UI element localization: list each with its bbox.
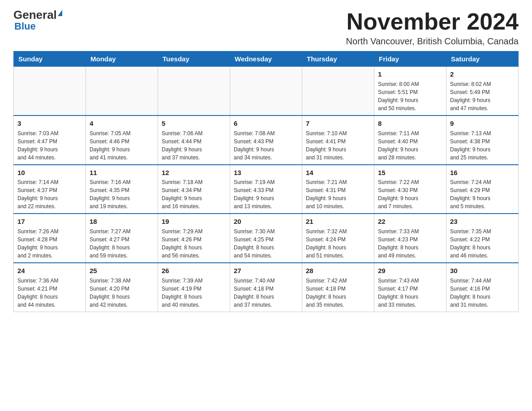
calendar-cell: 28Sunrise: 7:42 AM Sunset: 4:18 PM Dayli… [302,263,374,312]
location-title: North Vancouver, British Columbia, Canad… [346,36,519,47]
week-row-3: 10Sunrise: 7:14 AM Sunset: 4:37 PM Dayli… [14,165,519,214]
calendar-cell: 19Sunrise: 7:29 AM Sunset: 4:26 PM Dayli… [158,214,230,263]
day-info: Sunrise: 7:22 AM Sunset: 4:30 PM Dayligh… [378,178,442,210]
day-header-tuesday: Tuesday [158,51,230,67]
calendar-cell [230,67,302,116]
day-info: Sunrise: 7:14 AM Sunset: 4:37 PM Dayligh… [17,178,82,210]
calendar-cell: 16Sunrise: 7:24 AM Sunset: 4:29 PM Dayli… [446,165,519,214]
day-number: 20 [234,217,298,227]
day-number: 12 [162,168,226,178]
day-number: 17 [17,217,82,227]
calendar-cell: 29Sunrise: 7:43 AM Sunset: 4:17 PM Dayli… [374,263,446,312]
day-header-monday: Monday [86,51,158,67]
day-header-sunday: Sunday [14,51,86,67]
day-number: 13 [234,168,298,178]
week-row-5: 24Sunrise: 7:36 AM Sunset: 4:21 PM Dayli… [14,263,519,312]
calendar-cell [302,67,374,116]
day-number: 27 [234,266,298,276]
logo: General Blue [13,9,62,32]
day-info: Sunrise: 7:32 AM Sunset: 4:24 PM Dayligh… [306,227,370,260]
calendar-cell [86,67,158,116]
calendar-cell: 1Sunrise: 8:00 AM Sunset: 5:51 PM Daylig… [374,67,446,116]
day-info: Sunrise: 7:10 AM Sunset: 4:41 PM Dayligh… [306,129,370,162]
calendar-cell: 9Sunrise: 7:13 AM Sunset: 4:38 PM Daylig… [446,116,519,165]
calendar-cell: 18Sunrise: 7:27 AM Sunset: 4:27 PM Dayli… [86,214,158,263]
calendar-cell: 4Sunrise: 7:05 AM Sunset: 4:46 PM Daylig… [86,116,158,165]
day-number: 5 [162,119,226,128]
day-number: 15 [378,168,442,178]
calendar-cell: 17Sunrise: 7:26 AM Sunset: 4:28 PM Dayli… [14,214,86,263]
day-header-friday: Friday [374,51,446,67]
day-number: 4 [90,119,154,128]
day-header-wednesday: Wednesday [230,51,302,67]
day-info: Sunrise: 7:13 AM Sunset: 4:38 PM Dayligh… [450,129,515,162]
day-number: 21 [306,217,370,227]
day-info: Sunrise: 7:36 AM Sunset: 4:21 PM Dayligh… [17,277,82,309]
month-title: November 2024 [346,9,519,34]
day-info: Sunrise: 7:08 AM Sunset: 4:43 PM Dayligh… [234,129,298,162]
calendar-cell: 2Sunrise: 8:02 AM Sunset: 5:49 PM Daylig… [446,67,519,116]
week-row-4: 17Sunrise: 7:26 AM Sunset: 4:28 PM Dayli… [14,214,519,263]
day-info: Sunrise: 7:39 AM Sunset: 4:19 PM Dayligh… [162,277,226,309]
title-area: November 2024 North Vancouver, British C… [346,9,519,47]
day-info: Sunrise: 7:26 AM Sunset: 4:28 PM Dayligh… [17,227,82,260]
day-info: Sunrise: 7:33 AM Sunset: 4:23 PM Dayligh… [378,227,442,260]
day-info: Sunrise: 7:05 AM Sunset: 4:46 PM Dayligh… [90,129,154,162]
day-header-saturday: Saturday [446,51,519,67]
day-number: 19 [162,217,226,227]
day-info: Sunrise: 7:06 AM Sunset: 4:44 PM Dayligh… [162,129,226,162]
day-info: Sunrise: 8:02 AM Sunset: 5:49 PM Dayligh… [450,80,515,112]
day-number: 29 [378,266,442,276]
calendar-cell: 20Sunrise: 7:30 AM Sunset: 4:25 PM Dayli… [230,214,302,263]
week-row-1: 1Sunrise: 8:00 AM Sunset: 5:51 PM Daylig… [14,67,519,116]
calendar-cell: 23Sunrise: 7:35 AM Sunset: 4:22 PM Dayli… [446,214,519,263]
day-info: Sunrise: 7:03 AM Sunset: 4:47 PM Dayligh… [17,129,82,162]
day-info: Sunrise: 7:16 AM Sunset: 4:35 PM Dayligh… [90,178,154,210]
calendar-cell: 27Sunrise: 7:40 AM Sunset: 4:18 PM Dayli… [230,263,302,312]
page-header: General Blue November 2024 North Vancouv… [13,9,519,47]
day-info: Sunrise: 7:40 AM Sunset: 4:18 PM Dayligh… [234,277,298,309]
logo-name: General [13,9,57,21]
day-number: 1 [378,69,442,79]
calendar-cell: 12Sunrise: 7:18 AM Sunset: 4:34 PM Dayli… [158,165,230,214]
calendar-table: SundayMondayTuesdayWednesdayThursdayFrid… [13,51,519,312]
day-number: 10 [17,168,82,178]
calendar-cell [158,67,230,116]
day-number: 28 [306,266,370,276]
day-number: 24 [17,266,82,276]
day-info: Sunrise: 7:44 AM Sunset: 4:16 PM Dayligh… [450,277,515,309]
day-info: Sunrise: 7:38 AM Sunset: 4:20 PM Dayligh… [90,277,154,309]
day-number: 8 [378,119,442,128]
day-info: Sunrise: 7:11 AM Sunset: 4:40 PM Dayligh… [378,129,442,162]
day-number: 9 [450,119,515,128]
day-number: 2 [450,69,515,79]
day-number: 16 [450,168,515,178]
day-header-thursday: Thursday [302,51,374,67]
day-info: Sunrise: 7:29 AM Sunset: 4:26 PM Dayligh… [162,227,226,260]
day-number: 6 [234,119,298,128]
calendar-cell: 8Sunrise: 7:11 AM Sunset: 4:40 PM Daylig… [374,116,446,165]
day-info: Sunrise: 7:30 AM Sunset: 4:25 PM Dayligh… [234,227,298,260]
calendar-cell: 26Sunrise: 7:39 AM Sunset: 4:19 PM Dayli… [158,263,230,312]
calendar-cell: 15Sunrise: 7:22 AM Sunset: 4:30 PM Dayli… [374,165,446,214]
day-number: 3 [17,119,82,128]
calendar-cell: 24Sunrise: 7:36 AM Sunset: 4:21 PM Dayli… [14,263,86,312]
day-number: 7 [306,119,370,128]
calendar-cell: 5Sunrise: 7:06 AM Sunset: 4:44 PM Daylig… [158,116,230,165]
calendar-cell: 21Sunrise: 7:32 AM Sunset: 4:24 PM Dayli… [302,214,374,263]
day-number: 11 [90,168,154,178]
week-row-2: 3Sunrise: 7:03 AM Sunset: 4:47 PM Daylig… [14,116,519,165]
calendar-cell: 11Sunrise: 7:16 AM Sunset: 4:35 PM Dayli… [86,165,158,214]
day-headers-row: SundayMondayTuesdayWednesdayThursdayFrid… [14,51,519,67]
calendar-cell: 10Sunrise: 7:14 AM Sunset: 4:37 PM Dayli… [14,165,86,214]
day-info: Sunrise: 8:00 AM Sunset: 5:51 PM Dayligh… [378,80,442,112]
logo-triangle-icon [58,10,62,16]
day-number: 25 [90,266,154,276]
day-number: 18 [90,217,154,227]
day-info: Sunrise: 7:21 AM Sunset: 4:31 PM Dayligh… [306,178,370,210]
calendar-cell: 14Sunrise: 7:21 AM Sunset: 4:31 PM Dayli… [302,165,374,214]
calendar-cell: 30Sunrise: 7:44 AM Sunset: 4:16 PM Dayli… [446,263,519,312]
day-number: 23 [450,217,515,227]
day-info: Sunrise: 7:18 AM Sunset: 4:34 PM Dayligh… [162,178,226,210]
day-info: Sunrise: 7:35 AM Sunset: 4:22 PM Dayligh… [450,227,515,260]
